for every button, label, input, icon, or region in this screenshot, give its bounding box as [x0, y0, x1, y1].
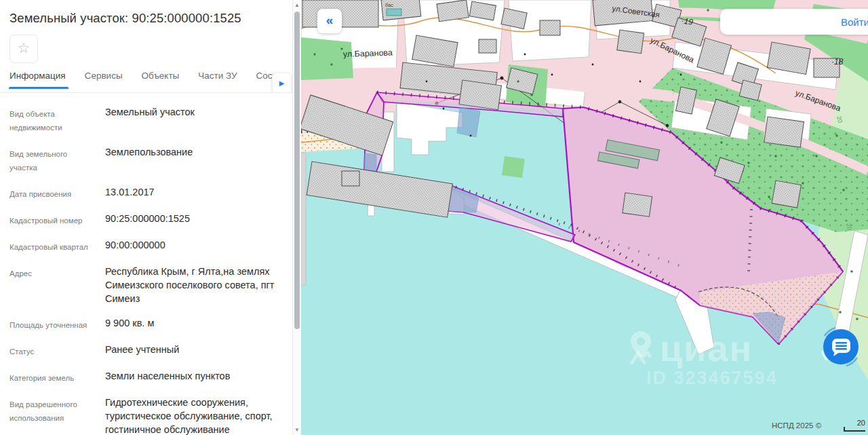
login-button[interactable]: Войти: [841, 16, 868, 28]
page-title: Земельный участок: 90:25:000000:1525: [9, 11, 283, 26]
chat-button[interactable]: [818, 324, 864, 370]
tab-objects[interactable]: Объекты: [142, 71, 180, 89]
tab-bar: Информация Сервисы Объекты Части ЗУ Сост…: [0, 71, 292, 93]
scale-line: [844, 427, 865, 432]
field-row: Вид земельного участкаЗемлепользование: [9, 145, 283, 174]
street-label-baranova-1: ул.Баранова: [343, 48, 393, 59]
field-row: Дата присвоения13.01.2017: [9, 185, 283, 201]
field-row: Площадь уточненная9 900 кв. м: [9, 316, 283, 332]
app-window: Земельный участок: 90:25:000000:1525 ☆ И…: [0, 0, 868, 435]
star-icon: ☆: [18, 40, 31, 56]
map-attribution: НСПД 2025 ©: [772, 421, 821, 430]
info-panel: Земельный участок: 90:25:000000:1525 ☆ И…: [0, 0, 292, 435]
field-row: Кадастровый квартал90:00:000000: [9, 238, 283, 254]
map-svg: ул.Советская ·19 ул.Баранова ул.Баранова…: [301, 0, 868, 435]
field-row: СтатусРанее учтенный: [9, 343, 283, 358]
field-row: АдресРеспублика Крым, г Ялта,на землях С…: [9, 265, 283, 305]
tabs-scroll-right-button[interactable]: ▶: [272, 73, 292, 93]
chevrons-left-icon: «: [326, 13, 334, 27]
scale-bar: 20: [844, 419, 865, 432]
tab-services[interactable]: Сервисы: [85, 71, 123, 89]
chevron-right-icon: ▶: [279, 79, 285, 87]
pool-label: бас: [385, 2, 393, 8]
map-pool: [387, 9, 401, 16]
house-number-18: ·18: [831, 57, 844, 67]
favorite-button[interactable]: ☆: [9, 35, 38, 63]
field-row: Кадастровый номер90:25:000000:1525: [9, 212, 283, 227]
login-bar: Войти: [720, 9, 868, 35]
scroll-down-icon[interactable]: ▼: [293, 427, 301, 433]
map-quay-wall: [301, 153, 306, 285]
field-row: Вид объекта недвижимостиЗемельный участо…: [9, 105, 283, 134]
field-row: Вид разрешенного использованияГидротехни…: [9, 396, 283, 435]
attributes-list: Вид объекта недвижимостиЗемельный участо…: [9, 105, 283, 435]
panel-collapse-button[interactable]: «: [317, 9, 342, 33]
field-row: Категория земельЗемли населенных пунктов: [9, 369, 283, 385]
map-canvas[interactable]: ул.Советская ·19 ул.Баранова ул.Баранова…: [301, 0, 868, 435]
scroll-up-icon[interactable]: ▲: [293, 2, 301, 8]
tab-information[interactable]: Информация: [9, 71, 66, 89]
tab-parts[interactable]: Части ЗУ: [198, 71, 237, 89]
scale-value: 20: [857, 419, 865, 427]
panel-scrollbar[interactable]: ▲ ▼: [292, 0, 301, 435]
scrollbar-thumb[interactable]: [294, 12, 300, 329]
